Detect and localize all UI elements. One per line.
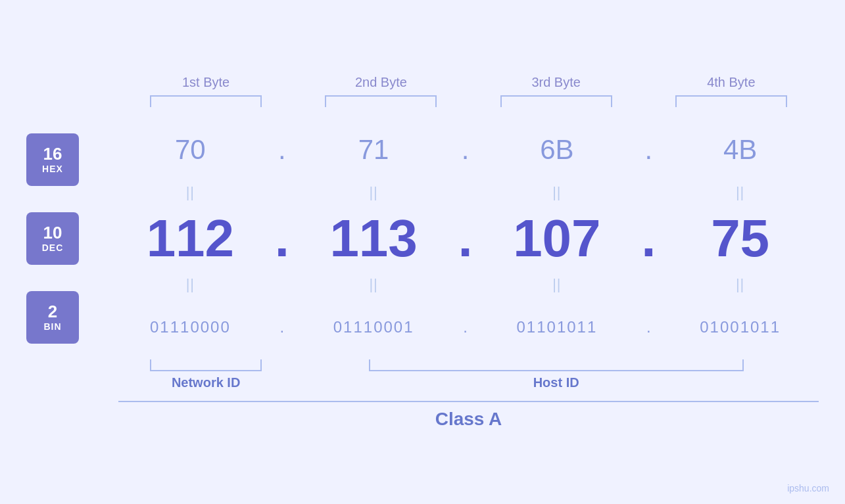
byte-header-3: 3rd Byte bbox=[469, 75, 644, 90]
eq2-4: || bbox=[662, 276, 819, 293]
hex-value-4-cell: 4B bbox=[662, 134, 819, 166]
bin-row: 01110000 . 01110001 . 01101011 . bbox=[112, 298, 819, 357]
dec-value-1-cell: 112 bbox=[112, 208, 269, 269]
top-bracket-cell-2 bbox=[293, 95, 468, 107]
bin-badge: 2 BIN bbox=[26, 291, 79, 344]
network-bracket bbox=[150, 359, 262, 371]
eq1-4: || bbox=[662, 184, 819, 201]
dec-dot-3: . bbox=[635, 208, 662, 269]
byte-header-4: 4th Byte bbox=[644, 75, 819, 90]
dec-value-1: 112 bbox=[147, 208, 234, 269]
byte-header-1: 1st Byte bbox=[118, 75, 293, 90]
eq1-2: || bbox=[295, 184, 452, 201]
bin-value-3-cell: 01101011 bbox=[479, 318, 636, 336]
dec-value-4: 75 bbox=[711, 208, 769, 269]
host-id-label: Host ID bbox=[293, 375, 819, 390]
dec-row: 112 . 113 . 107 . 75 bbox=[112, 206, 819, 271]
bin-dot-2: . bbox=[452, 318, 479, 336]
hex-value-1: 70 bbox=[175, 134, 206, 166]
class-section: Class A bbox=[26, 401, 819, 430]
dec-value-2: 113 bbox=[329, 208, 417, 269]
bin-name: BIN bbox=[43, 321, 61, 332]
bottom-section: Network ID Host ID bbox=[26, 359, 819, 390]
hex-row: 70 . 71 . 6B . 4B bbox=[112, 120, 819, 179]
dec-number: 10 bbox=[43, 223, 62, 242]
eq1-3: || bbox=[479, 184, 636, 201]
bin-value-3: 01101011 bbox=[516, 318, 597, 336]
hex-value-3: 6B bbox=[540, 134, 573, 166]
hex-value-2: 71 bbox=[358, 134, 389, 166]
equals-row-2: || || || || bbox=[112, 271, 819, 298]
top-bracket-1 bbox=[150, 95, 262, 107]
bin-value-2: 01110001 bbox=[333, 318, 414, 336]
eq1-1: || bbox=[112, 184, 269, 201]
bin-value-2-cell: 01110001 bbox=[295, 318, 452, 336]
hex-dot-1: . bbox=[269, 134, 295, 166]
top-bracket-cell-4 bbox=[644, 95, 819, 107]
top-bracket-cell-3 bbox=[469, 95, 644, 107]
hex-badge: 16 HEX bbox=[26, 133, 79, 186]
top-bracket-3 bbox=[500, 95, 612, 107]
bin-value-1-cell: 01110000 bbox=[112, 318, 269, 336]
dec-value-4-cell: 75 bbox=[662, 208, 819, 269]
main-container: 1st Byte 2nd Byte 3rd Byte 4th Byte 16 H… bbox=[0, 0, 845, 504]
top-bracket-4 bbox=[675, 95, 787, 107]
hex-value-3-cell: 6B bbox=[479, 134, 636, 166]
values-grid: 70 . 71 . 6B . 4B bbox=[112, 120, 819, 357]
eq2-2: || bbox=[295, 276, 452, 293]
host-bracket-wrap bbox=[293, 359, 819, 371]
dec-value-2-cell: 113 bbox=[295, 208, 452, 269]
class-divider bbox=[118, 401, 819, 402]
network-bracket-wrap bbox=[118, 359, 293, 371]
dec-value-3: 107 bbox=[513, 208, 600, 269]
bin-value-1: 01110000 bbox=[150, 318, 231, 336]
watermark: ipshu.com bbox=[787, 483, 829, 493]
bottom-brackets-row bbox=[118, 359, 819, 371]
dec-dot-1: . bbox=[269, 208, 295, 269]
dec-badge: 10 DEC bbox=[26, 212, 79, 265]
class-label: Class A bbox=[118, 409, 819, 430]
dec-value-3-cell: 107 bbox=[479, 208, 636, 269]
bin-dot-3: . bbox=[635, 318, 662, 336]
main-content: 16 HEX 10 DEC 2 BIN 70 . bbox=[26, 120, 819, 357]
network-id-label: Network ID bbox=[118, 375, 293, 390]
eq2-3: || bbox=[479, 276, 636, 293]
top-brackets-row bbox=[26, 95, 819, 107]
hex-dot-2: . bbox=[452, 134, 479, 166]
bin-dot-1: . bbox=[269, 318, 295, 336]
byte-header-2: 2nd Byte bbox=[293, 75, 468, 90]
bin-number: 2 bbox=[48, 302, 57, 321]
hex-value-2-cell: 71 bbox=[295, 134, 452, 166]
equals-row-1: || || || || bbox=[112, 179, 819, 206]
dec-name: DEC bbox=[42, 242, 64, 253]
bin-value-4: 01001011 bbox=[700, 318, 781, 336]
dec-dot-2: . bbox=[452, 208, 479, 269]
bin-value-4-cell: 01001011 bbox=[662, 318, 819, 336]
hex-value-4: 4B bbox=[723, 134, 757, 166]
host-bracket bbox=[369, 359, 744, 371]
byte-headers-row: 1st Byte 2nd Byte 3rd Byte 4th Byte bbox=[26, 75, 819, 90]
eq2-1: || bbox=[112, 276, 269, 293]
top-bracket-2 bbox=[325, 95, 437, 107]
base-labels: 16 HEX 10 DEC 2 BIN bbox=[26, 120, 112, 357]
hex-number: 16 bbox=[43, 145, 62, 164]
top-bracket-cell-1 bbox=[118, 95, 293, 107]
bottom-labels-row: Network ID Host ID bbox=[118, 375, 819, 390]
hex-name: HEX bbox=[42, 164, 63, 174]
hex-value-1-cell: 70 bbox=[112, 134, 269, 166]
hex-dot-3: . bbox=[635, 134, 662, 166]
